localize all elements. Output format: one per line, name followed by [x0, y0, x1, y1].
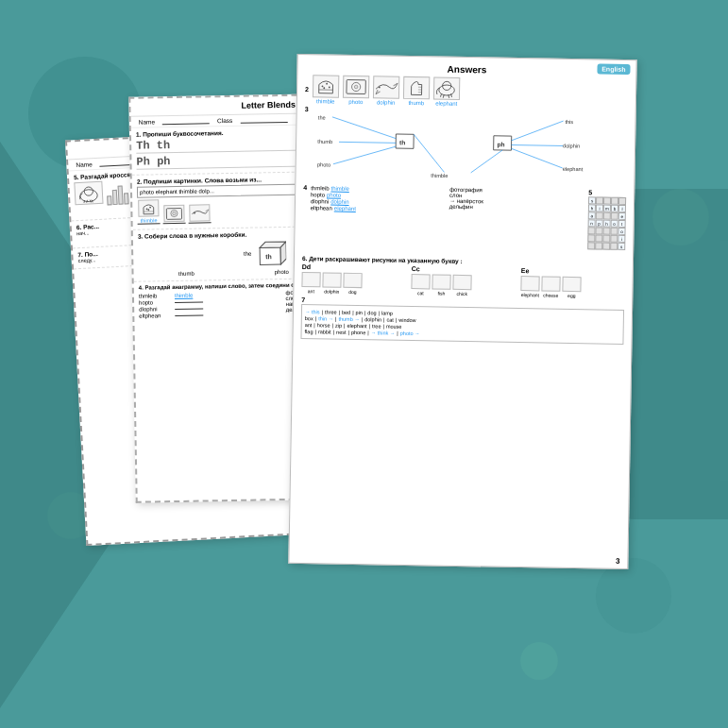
svg-line-4 [87, 200, 88, 203]
img-label-2 [162, 205, 185, 224]
cw-16: n [588, 219, 596, 227]
egg-cat-img [562, 277, 581, 292]
cw-25: o [618, 228, 625, 235]
svg-text:th: th [399, 139, 405, 145]
anagram-jumbled-2: hopto [139, 299, 172, 306]
c2-sep3: | [362, 316, 364, 322]
anagram-jumbled-3: dlophni [139, 306, 172, 313]
dd-images: ant dolphin dog [301, 272, 405, 296]
svg-text:this: this [565, 119, 573, 125]
photo-word-label: photo [275, 269, 289, 275]
ant-cat-img [301, 272, 320, 287]
svg-point-33 [329, 86, 330, 88]
bar-1 [107, 195, 112, 205]
section4-content: thmleib thimble hopto photo dlophni dolp… [311, 184, 585, 216]
fish-cat-img [432, 274, 450, 289]
c1-sep3: | [352, 310, 354, 315]
dolphin-label-mid [189, 222, 212, 223]
c4-6: photo → [400, 330, 420, 336]
cw-3 [603, 197, 611, 205]
anagram-left: thmleib thimble hopto dlophni eltphean [139, 290, 281, 320]
cw-32 [595, 242, 602, 249]
bar-4 [124, 193, 129, 204]
elephant-svg [75, 182, 102, 204]
dog-cat-img [343, 273, 362, 288]
c3-sep2: | [332, 323, 334, 329]
c3-sep4: | [369, 323, 371, 329]
chick-item: chick [452, 275, 471, 296]
c2-sep5: | [396, 317, 398, 323]
box-th: th [256, 240, 286, 267]
dd-label: Dd [302, 263, 406, 272]
word-chains-box: → this | three | bed | pin | dog | lamp [300, 304, 624, 345]
cw-20: t [618, 220, 626, 228]
cc-images: cat fish chick [411, 274, 515, 297]
c1-3: bed [342, 310, 350, 315]
photo-label-mid [163, 223, 186, 224]
answer-photo: photo [343, 76, 370, 105]
anagram-answer-2 [175, 301, 203, 303]
thimble-label-mid: thimble [138, 217, 161, 224]
cheese-cat-label: cheese [543, 292, 558, 297]
c3-2: horse [317, 322, 330, 328]
photo-answer-label: photo [348, 99, 363, 105]
svg-line-5 [90, 200, 91, 203]
c2-2: thin → [318, 315, 333, 321]
s4-j3: dlophni [311, 198, 329, 204]
ee-label: Ee [521, 267, 625, 276]
c1-4: pin [356, 310, 363, 315]
c3-6: mouse [386, 324, 402, 330]
word-map-container: the thumb photo th ph this [311, 106, 627, 188]
elephant-ee-item: elephant [520, 276, 539, 297]
dolphin-svg-mid [190, 205, 209, 220]
english-badge: English [597, 63, 630, 75]
cw-14 [611, 212, 618, 220]
cw-30: i [618, 235, 625, 243]
cw-1: s [588, 196, 596, 204]
section7-number: 7 [301, 296, 305, 303]
thimble-answer-img [313, 75, 339, 97]
cw-15: e [618, 212, 626, 220]
c1-1: → this [305, 309, 320, 314]
svg-line-60 [339, 142, 396, 143]
middle-class-underline [240, 116, 287, 124]
c4-5: → think → [371, 330, 396, 335]
bar-2 [112, 190, 118, 205]
svg-line-3 [92, 200, 93, 203]
answer-thumb: thumb [403, 76, 431, 106]
c1-sep1: | [322, 309, 324, 314]
c4-1: flag [305, 329, 313, 334]
svg-point-32 [326, 83, 328, 85]
s4-row4: eltphean elephant [311, 205, 446, 212]
thimble-answer-label: thimble [316, 98, 334, 104]
s4-j2: hopto [311, 192, 325, 197]
cw-2 [596, 196, 603, 204]
s4-a2: photo [327, 192, 341, 197]
c4-4: phone [351, 330, 365, 335]
cat-item: cat [411, 274, 430, 296]
cw-34 [610, 243, 618, 250]
thumb-answer-img [403, 76, 430, 99]
thumb-answer-label: thumb [408, 100, 424, 106]
s4-r4: дельфин [449, 204, 584, 212]
page-front: Answers 2 [288, 54, 636, 569]
cheese-cat-img [541, 276, 560, 291]
page-number: 3 [616, 557, 620, 566]
svg-text:thumb: thumb [317, 139, 332, 144]
the-word: the [244, 251, 251, 257]
dd-column: Dd ant dolphin [301, 263, 406, 296]
cw-12 [596, 212, 603, 219]
bar-chart [106, 181, 128, 205]
s4-j1: thmleib [311, 185, 329, 191]
c1-6: lamp [381, 310, 393, 315]
c3-1: ant [305, 322, 313, 328]
fish-item: fish [432, 274, 450, 296]
c2-6: window [398, 317, 415, 323]
svg-point-20 [149, 207, 151, 209]
c4-2: rabbit [318, 329, 331, 334]
word-photo: photo [140, 189, 156, 195]
svg-point-21 [147, 209, 149, 211]
cc-column: Cc cat fish c [411, 265, 516, 297]
dolphin-answer-label: dolphin [377, 99, 395, 105]
c2-sep2: | [335, 316, 337, 322]
